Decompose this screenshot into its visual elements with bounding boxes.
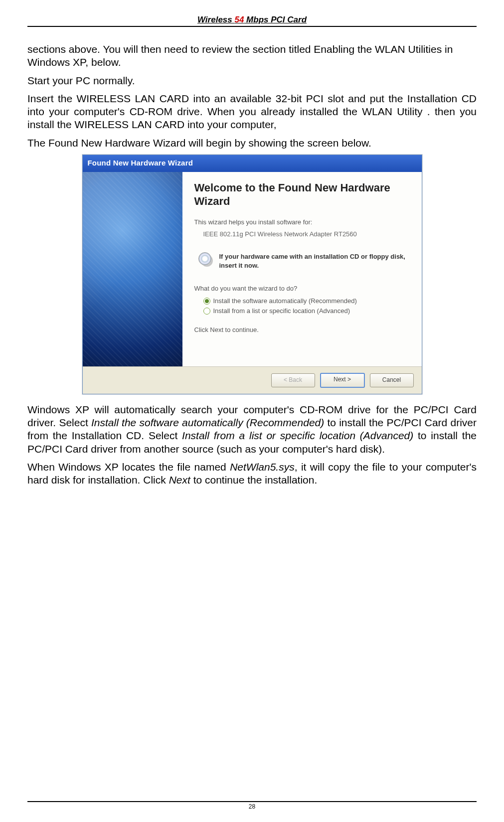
paragraph-3: Insert the WIRELESS LAN CARD into an ava… — [27, 92, 477, 132]
page-number: 28 — [249, 803, 255, 810]
p6-seg-a: When Windows XP locates the file named — [27, 461, 230, 473]
next-button[interactable]: Next > — [320, 373, 365, 388]
wizard-screenshot: Found New Hardware Wizard Welcome to the… — [27, 155, 477, 394]
header-prefix: Wireless — [197, 15, 235, 24]
paragraph-2: Start your PC normally. — [27, 74, 477, 87]
paragraph-1: sections above. You will then need to re… — [27, 43, 477, 69]
wizard-options: Install the software automatically (Reco… — [203, 297, 409, 316]
document-page: Wireless 54 Mbps PCI Card sections above… — [0, 0, 504, 822]
p6-seg-e: to continue the installation. — [190, 474, 318, 486]
page-footer: 28 — [27, 801, 477, 810]
paragraph-6: When Windows XP locates the file named N… — [27, 461, 477, 487]
wizard-device-name: IEEE 802.11g PCI Wireless Network Adapte… — [203, 230, 409, 238]
wizard-button-row: < Back Next > Cancel — [83, 366, 422, 394]
radio-install-auto-label: Install the software automatically (Reco… — [213, 297, 357, 305]
radio-install-list[interactable]: Install from a list or specific location… — [203, 307, 409, 315]
wizard-body: Welcome to the Found New Hardware Wizard… — [83, 172, 422, 366]
body-text: sections above. You will then need to re… — [27, 43, 477, 487]
header-suffix: Mbps PCI Card — [244, 15, 307, 24]
back-button[interactable]: < Back — [271, 373, 315, 387]
radio-install-auto[interactable]: Install the software automatically (Reco… — [203, 297, 409, 305]
p5-italic-2: Install from a list or specific location… — [182, 430, 413, 441]
header-red: 54 — [234, 15, 244, 24]
wizard-titlebar: Found New Hardware Wizard — [83, 155, 422, 172]
p6-italic-1: NetWlan5.sys — [230, 461, 295, 473]
radio-install-list-label: Install from a list or specific location… — [213, 307, 350, 315]
wizard-heading: Welcome to the Found New Hardware Wizard — [194, 181, 409, 208]
found-new-hardware-wizard-window: Found New Hardware Wizard Welcome to the… — [82, 155, 422, 394]
wizard-helps-text: This wizard helps you install software f… — [194, 218, 409, 226]
wizard-question: What do you want the wizard to do? — [194, 285, 409, 293]
wizard-sidebar-graphic — [83, 172, 182, 366]
wizard-insert-cd-text: If your hardware came with an installati… — [219, 252, 409, 270]
p6-italic-2: Next — [169, 474, 190, 486]
radio-dot-icon — [203, 298, 210, 305]
cd-icon — [197, 252, 214, 266]
cancel-button[interactable]: Cancel — [370, 373, 414, 387]
paragraph-4: The Found New Hardware Wizard will begin… — [27, 137, 477, 150]
wizard-click-next-text: Click Next to continue. — [194, 326, 409, 334]
radio-dot-icon — [203, 308, 210, 315]
wizard-content: Welcome to the Found New Hardware Wizard… — [182, 172, 422, 366]
p5-italic-1: Install the software automatically (Reco… — [91, 417, 324, 428]
page-header: Wireless 54 Mbps PCI Card — [27, 15, 477, 27]
paragraph-5: Windows XP will automatically search you… — [27, 403, 477, 456]
wizard-cd-row: If your hardware came with an installati… — [197, 252, 409, 270]
